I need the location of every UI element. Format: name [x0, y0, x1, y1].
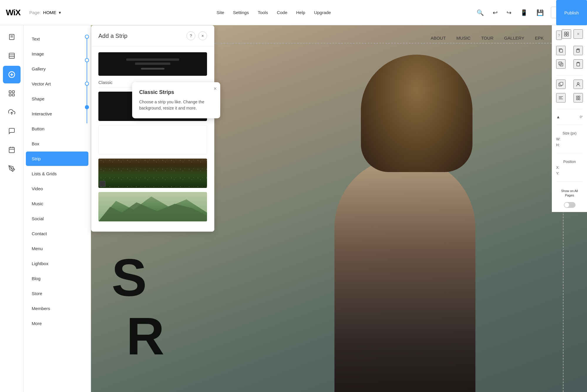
- topbar-nav-help[interactable]: Help: [296, 10, 305, 15]
- canvas-nav-about[interactable]: ABOUT: [430, 36, 446, 41]
- svg-rect-25: [567, 34, 569, 36]
- x-input[interactable]: [561, 166, 587, 170]
- page-selector[interactable]: Page: HOME ▾: [29, 10, 61, 15]
- sidebar-item-apps[interactable]: [3, 85, 21, 102]
- svg-point-34: [577, 83, 579, 84]
- add-panel-item-contact[interactable]: Contact: [26, 226, 88, 241]
- strip-thumb-forest[interactable]: [98, 159, 207, 188]
- copy-button[interactable]: [556, 46, 566, 55]
- add-panel-item-menu[interactable]: Menu: [26, 241, 88, 256]
- svg-rect-33: [560, 82, 563, 85]
- svg-rect-9: [9, 91, 11, 93]
- right-panel-align-row: [556, 93, 583, 102]
- save-button[interactable]: 💾: [535, 7, 546, 18]
- add-panel-item-image[interactable]: Image: [26, 47, 88, 61]
- right-panel-divider-3: [556, 125, 583, 125]
- svg-rect-22: [564, 32, 566, 34]
- angle-icon: ▲: [556, 115, 560, 119]
- right-panel: ? ×: [552, 25, 587, 212]
- classic-tooltip-close-button[interactable]: ×: [213, 86, 217, 92]
- sidebar-item-upload[interactable]: [3, 103, 21, 121]
- add-panel-item-interactive[interactable]: Interactive: [26, 107, 88, 121]
- add-panel-item-music[interactable]: Music: [26, 196, 88, 211]
- paste-button[interactable]: [573, 46, 583, 55]
- right-panel-dup-del-row: [556, 59, 583, 69]
- undo-button[interactable]: ↩: [491, 7, 499, 18]
- sidebar-item-pen[interactable]: [3, 160, 21, 177]
- sidebar-item-pages[interactable]: [3, 28, 21, 46]
- svg-rect-40: [576, 98, 578, 100]
- canvas-nav-gallery[interactable]: GALLERY: [504, 36, 524, 41]
- topbar-nav-code[interactable]: Code: [277, 10, 287, 15]
- sidebar-item-chat[interactable]: [3, 122, 21, 140]
- right-panel-close-button[interactable]: ×: [573, 29, 583, 39]
- size-w-row: W:: [556, 137, 583, 141]
- strip-panel: Add a Strip ? × Classic: [91, 25, 214, 232]
- hero-letter-s: S: [112, 251, 147, 304]
- search-button[interactable]: 🔍: [475, 7, 486, 18]
- strip-panel-help-button[interactable]: ?: [186, 31, 195, 40]
- topbar-nav-settings[interactable]: Settings: [233, 10, 249, 15]
- person-hair: [361, 55, 472, 172]
- right-panel-header: ? ×: [556, 29, 583, 41]
- person-icon-button[interactable]: [573, 80, 583, 89]
- add-panel-item-shape[interactable]: Shape: [26, 92, 88, 106]
- add-panel-item-social[interactable]: Social: [26, 211, 88, 226]
- redo-button[interactable]: ↪: [505, 7, 513, 18]
- w-input[interactable]: [562, 137, 587, 141]
- connector-line: [87, 35, 87, 123]
- sidebar-item-add[interactable]: [3, 66, 21, 83]
- sidebar-item-sections[interactable]: [3, 47, 21, 65]
- align-left-button[interactable]: [556, 93, 566, 102]
- svg-rect-24: [564, 34, 566, 36]
- left-sidebar: [0, 25, 23, 392]
- duplicate-button[interactable]: [556, 59, 566, 69]
- canvas-nav-tour[interactable]: TOUR: [481, 36, 493, 41]
- h-input[interactable]: [561, 143, 587, 147]
- topbar-nav-tools[interactable]: Tools: [258, 10, 268, 15]
- x-label: X:: [556, 166, 559, 170]
- mountain-svg: [98, 192, 207, 221]
- right-panel-divider-2: [556, 109, 583, 109]
- topbar-nav-upgrade[interactable]: Upgrade: [314, 10, 331, 15]
- publish-button[interactable]: Publish: [556, 0, 587, 25]
- add-panel-item-store[interactable]: Store: [26, 286, 88, 301]
- strip-thumb-classic-white[interactable]: [98, 125, 207, 154]
- add-panel-item-box[interactable]: Box: [26, 137, 88, 151]
- strip-thumb-mountain[interactable]: [98, 192, 207, 221]
- add-panel-item-button[interactable]: Button: [26, 122, 88, 136]
- show-all-pages-label: Show on All Pages: [556, 189, 583, 198]
- y-input[interactable]: [561, 171, 587, 176]
- strip-panel-close-button[interactable]: ×: [198, 31, 207, 40]
- add-panel-item-text[interactable]: Text: [26, 32, 88, 46]
- add-panel-item-blog[interactable]: Blog: [26, 271, 88, 286]
- svg-rect-3: [9, 53, 14, 58]
- add-panel-item-gallery[interactable]: Gallery: [26, 62, 88, 76]
- right-panel-copy-row: [556, 46, 583, 55]
- person-figure: [334, 157, 475, 392]
- mobile-view-button[interactable]: 📱: [519, 7, 529, 18]
- add-panel-item-video[interactable]: Video: [26, 181, 88, 196]
- add-panel-item-vector-art[interactable]: Vector Art: [26, 77, 88, 91]
- add-panel-item-lightbox[interactable]: Lightbox: [26, 256, 88, 271]
- y-label: Y:: [556, 171, 559, 176]
- show-all-pages-toggle[interactable]: [564, 202, 576, 208]
- arrange-forward-button[interactable]: [556, 80, 566, 89]
- add-panel-item-strip[interactable]: Strip: [26, 152, 88, 166]
- add-panel-item-more[interactable]: More: [26, 316, 88, 331]
- topbar-nav-site[interactable]: Site: [217, 10, 224, 15]
- strip-thumb-feedback[interactable]: [98, 52, 207, 76]
- right-panel-grid-button[interactable]: [562, 29, 571, 39]
- canvas-nav-epk[interactable]: EPK: [535, 36, 544, 41]
- position-label: Position: [556, 160, 583, 164]
- right-panel-position-section: Position X: Y:: [556, 160, 583, 177]
- w-label: W:: [556, 137, 560, 141]
- add-panel-item-lists-grids[interactable]: Lists & Grids: [26, 166, 88, 181]
- add-panel-item-members[interactable]: Members: [26, 301, 88, 316]
- align-center-button[interactable]: [573, 93, 583, 102]
- canvas-nav-music[interactable]: MUSIC: [456, 36, 470, 41]
- sidebar-item-calendar[interactable]: [3, 141, 21, 159]
- delete-button[interactable]: [573, 59, 583, 69]
- add-panel: Text Image Gallery Vector Art Shape Inte…: [23, 25, 91, 392]
- right-panel-help-button[interactable]: ?: [556, 31, 562, 40]
